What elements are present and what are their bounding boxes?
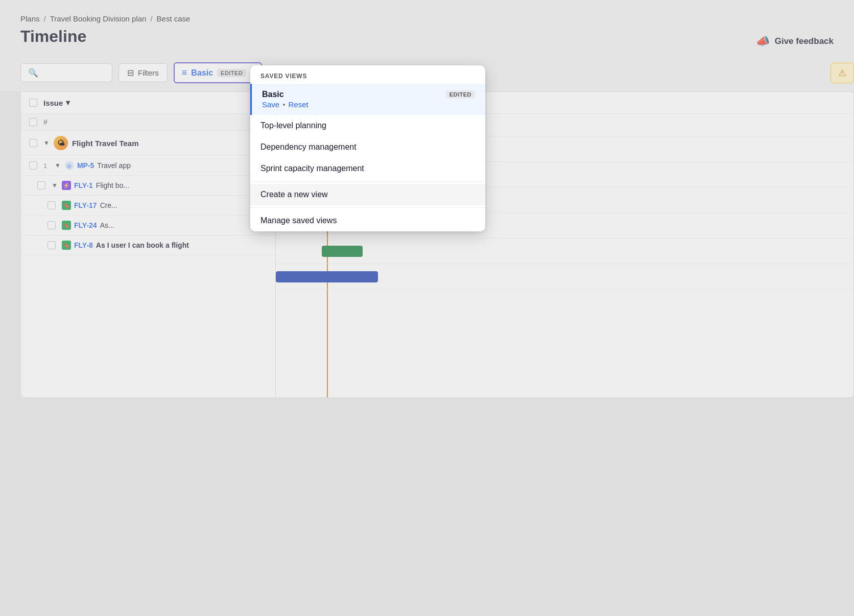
gantt-row-fly24 — [276, 239, 853, 264]
table-column-header: Issue ▾ — [21, 92, 275, 114]
bookmark-icon-fly17: 🔖 — [62, 201, 71, 210]
saved-views-dropdown: SAVED VIEWS Basic EDITED Save • Reset To… — [250, 65, 485, 231]
dropdown-item-basic-reset[interactable]: Reset — [288, 100, 308, 109]
team-avatar: 🌤 — [54, 136, 68, 150]
hash-col-label: # — [43, 118, 48, 126]
issue-title-fly17: Cre... — [100, 201, 117, 209]
breadcrumb: Plans / Travel Booking Division plan / B… — [20, 14, 834, 23]
breadcrumb-plans[interactable]: Plans — [20, 14, 40, 23]
filters-label: Filters — [138, 68, 159, 77]
page-title: Timeline — [20, 27, 834, 46]
breadcrumb-division[interactable]: Travel Booking Division plan — [50, 14, 147, 23]
search-box[interactable]: 🔍 — [20, 63, 112, 82]
give-feedback-button[interactable]: 📣 Give feedback — [756, 35, 834, 48]
gantt-row-fly8 — [276, 264, 853, 290]
hash-row: # — [21, 114, 275, 131]
dropdown-item-basic-edited: EDITED — [446, 90, 475, 99]
warning-icon: ⚠ — [838, 68, 846, 78]
filter-icon: ⊟ — [127, 68, 134, 78]
dropdown-item-basic-save[interactable]: Save — [262, 100, 279, 109]
gantt-bar-fly24[interactable] — [322, 246, 363, 257]
table-row: 🔖 FLY-17 Cre... — [21, 196, 275, 216]
table-row: 🔖 FLY-8 As I user I can book a flight — [21, 235, 275, 255]
dropdown-divider — [250, 181, 485, 182]
issue-col-chevron: ▾ — [66, 98, 70, 107]
issue-col-label: Issue — [43, 99, 63, 107]
row-fly1-checkbox[interactable] — [37, 181, 45, 189]
issue-id-mp5[interactable]: MP-5 — [77, 161, 94, 170]
dropdown-item-basic[interactable]: Basic EDITED Save • Reset — [250, 84, 485, 115]
row-fly8-checkbox[interactable] — [48, 241, 56, 249]
gantt-bar-fly8[interactable] — [276, 271, 378, 282]
row-1-chevron[interactable]: ▼ — [55, 162, 61, 169]
view-label: Basic — [191, 68, 213, 78]
view-icon: ≡ — [182, 67, 187, 78]
view-selector-button[interactable]: ≡ Basic EDITED ▾ — [174, 62, 263, 83]
row-fly1-chevron[interactable]: ▼ — [52, 182, 58, 189]
dropdown-item-dependency-name: Dependency management — [260, 143, 357, 152]
warning-badge[interactable]: ⚠ — [831, 63, 854, 83]
team-chevron[interactable]: ▼ — [43, 139, 50, 147]
issue-title-fly1: Flight bo... — [96, 181, 129, 189]
dropdown-item-manage[interactable]: Manage saved views — [250, 210, 485, 231]
row-1-checkbox[interactable] — [29, 161, 37, 170]
issue-id-fly8[interactable]: FLY-8 — [74, 241, 93, 249]
breadcrumb-sep1: / — [44, 14, 46, 23]
search-icon: 🔍 — [28, 68, 38, 78]
dropdown-item-sprint-name: Sprint capacity management — [260, 164, 364, 173]
feedback-label: Give feedback — [775, 36, 834, 46]
issue-title-fly8: As I user I can book a flight — [96, 241, 189, 249]
table-row: 1 ▼ ◎ MP-5 Travel app — [21, 156, 275, 176]
breadcrumb-scenario[interactable]: Best case — [157, 14, 191, 23]
select-all-checkbox[interactable] — [29, 99, 37, 107]
issue-title-fly24: As... — [100, 221, 114, 229]
table-row: 🔖 FLY-24 As... — [21, 216, 275, 235]
dropdown-item-manage-label: Manage saved views — [260, 216, 337, 225]
edited-badge: EDITED — [217, 69, 246, 77]
bookmark-icon-fly24: 🔖 — [62, 221, 71, 230]
feedback-icon: 📣 — [756, 35, 770, 48]
bookmark-icon-fly8: 🔖 — [62, 241, 71, 250]
issue-title-mp5: Travel app — [97, 161, 131, 170]
dropdown-item-dependency[interactable]: Dependency management — [250, 136, 485, 158]
breadcrumb-sep2: / — [150, 14, 152, 23]
dropdown-item-basic-name: Basic — [262, 90, 284, 99]
team-checkbox[interactable] — [29, 139, 37, 147]
team-name: Flight Travel Team — [72, 139, 139, 148]
issue-column-header[interactable]: Issue ▾ — [43, 98, 70, 107]
dropdown-section-header: SAVED VIEWS — [250, 65, 485, 84]
table-area: Issue ▾ # ▼ 🌤 Flight Travel Team 1 — [20, 91, 276, 398]
dropdown-item-sprint[interactable]: Sprint capacity management — [250, 158, 485, 179]
row-fly24-checkbox[interactable] — [48, 221, 56, 229]
issue-id-fly1[interactable]: FLY-1 — [74, 181, 93, 189]
issue-icon: ◎ — [65, 161, 74, 170]
issue-icon-fly1: ⚡ — [62, 181, 71, 190]
dropdown-item-toplevel-name: Top-level planning — [260, 121, 326, 130]
team-row: ▼ 🌤 Flight Travel Team — [21, 131, 275, 156]
issue-id-fly17[interactable]: FLY-17 — [74, 201, 97, 209]
row-checkbox[interactable] — [29, 118, 37, 126]
dropdown-item-toplevel[interactable]: Top-level planning — [250, 115, 485, 136]
table-row: ▼ ⚡ FLY-1 Flight bo... — [21, 176, 275, 196]
dropdown-item-create[interactable]: Create a new view — [250, 184, 485, 205]
filters-button[interactable]: ⊟ Filters — [118, 63, 168, 82]
dropdown-divider-2 — [250, 207, 485, 208]
row-fly17-checkbox[interactable] — [48, 201, 56, 209]
dropdown-item-create-label: Create a new view — [260, 190, 328, 199]
issue-id-fly24[interactable]: FLY-24 — [74, 221, 97, 229]
